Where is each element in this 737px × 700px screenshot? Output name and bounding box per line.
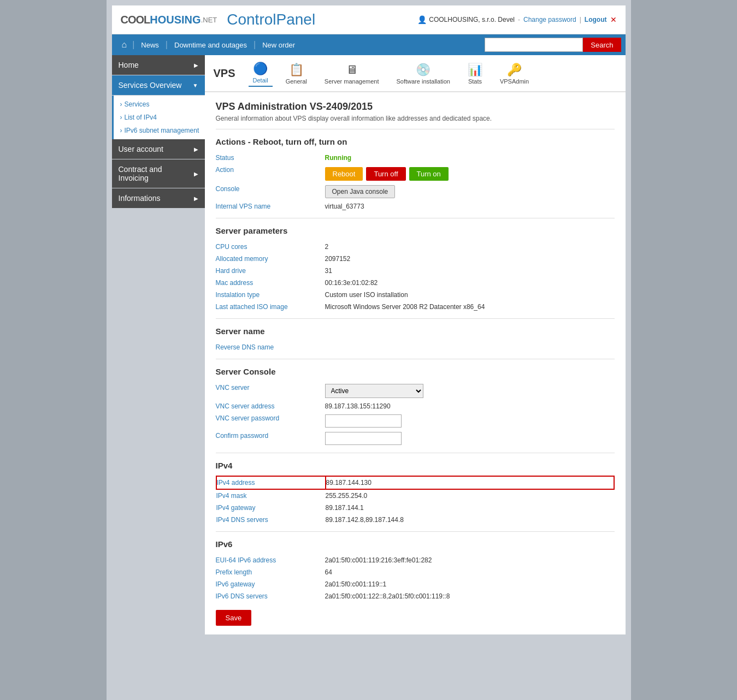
- separator: -: [518, 16, 520, 23]
- nav-link-downtime[interactable]: Downtime and outages: [168, 34, 253, 55]
- actions-title: Actions - Reboot, turn off, turn on: [216, 137, 615, 146]
- sidebar-item-contract[interactable]: Contract and Invoicing ▶: [112, 159, 205, 188]
- tab-server-mgmt-label: Server management: [325, 78, 379, 85]
- sidebar-item-informations[interactable]: Informations ▶: [112, 188, 205, 208]
- divider2: [216, 218, 615, 218]
- sidebar-arrow-info: ▶: [194, 195, 198, 201]
- sidebar-item-services-overview[interactable]: Services Overview ▼: [112, 75, 205, 95]
- sub-arrow: ›: [120, 100, 122, 108]
- sidebar-item-info-label: Informations: [119, 194, 161, 203]
- ipv4-mask-value: 255.255.254.0: [326, 489, 614, 502]
- turnon-button[interactable]: Turn on: [409, 167, 449, 181]
- internal-vps-value: virtual_63773: [325, 200, 615, 212]
- vpsadmin-icon: 🔑: [507, 63, 522, 77]
- ipv6-table: EUI-64 IPv6 address 2a01:5f0:c001:119:21…: [216, 554, 615, 602]
- vnc-select[interactable]: Active: [325, 384, 423, 398]
- confirm-password-input[interactable]: [325, 432, 402, 445]
- logo-cp: ControlPanel: [227, 11, 315, 28]
- software-icon: 💿: [416, 63, 431, 77]
- memory-label: Allocated memory: [216, 253, 325, 265]
- tab-detail-label: Detail: [253, 77, 268, 84]
- server-params-table: CPU cores 2 Allocated memory 2097152 Har…: [216, 241, 615, 313]
- ipv6-link[interactable]: IPv6 subnet management: [125, 127, 199, 134]
- divider3: [216, 318, 615, 319]
- ipv4-link[interactable]: List of IPv4: [125, 114, 157, 121]
- cpu-value: 2: [325, 241, 615, 253]
- general-icon: 📋: [289, 63, 304, 77]
- divider5: [216, 453, 615, 453]
- iso-value: Microsoft Windows Server 2008 R2 Datacen…: [325, 301, 615, 313]
- user-icon: 👤: [417, 15, 427, 24]
- sidebar-item-services-label: Services Overview: [119, 81, 182, 90]
- logo-cool: COOL: [121, 14, 150, 26]
- sidebar-sub-services[interactable]: › Services: [114, 98, 205, 111]
- hdd-value: 31: [325, 265, 615, 277]
- sidebar-sub-ipv6[interactable]: › IPv6 subnet management: [114, 124, 205, 137]
- tab-server-management[interactable]: 🖥 Server management: [320, 61, 384, 87]
- header: COOLHOUSING.NET ControlPanel 👤 COOLHOUSI…: [112, 5, 626, 34]
- server-mgmt-icon: 🖥: [346, 63, 358, 77]
- action-label: Action: [216, 164, 325, 183]
- prefix-label: Prefix length: [216, 566, 325, 578]
- logo-net: .NET: [201, 16, 217, 24]
- tab-general-label: General: [286, 78, 307, 85]
- search-button[interactable]: Search: [583, 38, 621, 52]
- separator2: |: [580, 16, 581, 23]
- tab-software[interactable]: 💿 Software installation: [392, 61, 454, 87]
- mac-label: Mac address: [216, 277, 325, 289]
- sidebar-item-user-label: User account: [119, 145, 163, 153]
- turnoff-button[interactable]: Turn off: [366, 167, 405, 181]
- ipv4-address-label: IPv4 address: [216, 476, 326, 489]
- actions-table: Status Running Action Reboot Turn off Tu…: [216, 152, 615, 212]
- ipv4-gateway-value: 89.187.144.1: [326, 502, 614, 514]
- ipv6-title: IPv6: [216, 539, 615, 549]
- tab-stats[interactable]: 📊 Stats: [463, 61, 487, 87]
- page-desc: General information about VPS display ov…: [216, 115, 615, 122]
- sub-arrow3: ›: [120, 127, 122, 134]
- memory-value: 2097152: [325, 253, 615, 265]
- open-console-button[interactable]: Open Java console: [325, 185, 396, 198]
- sidebar-sub-ipv4[interactable]: › List of IPv4: [114, 111, 205, 124]
- tab-vpsadmin-label: VPSAdmin: [500, 78, 529, 85]
- tab-stats-label: Stats: [468, 78, 482, 85]
- logo-housing: HOUSING: [150, 14, 201, 26]
- divider6: [216, 531, 615, 532]
- navbar: ⌂ | News | Downtime and outages | New or…: [112, 34, 626, 55]
- ipv4-address-row: IPv4 address 89.187.144.130: [216, 476, 614, 489]
- console-label: Console: [216, 183, 325, 200]
- sidebar-item-home-label: Home: [119, 61, 139, 69]
- sub-arrow2: ›: [120, 114, 122, 121]
- vps-tabs: 🔵 Detail 📋 General 🖥 Server management 💿…: [249, 60, 534, 87]
- tab-software-label: Software installation: [396, 78, 450, 85]
- search-input[interactable]: [485, 38, 583, 52]
- tab-vpsadmin[interactable]: 🔑 VPSAdmin: [496, 61, 533, 87]
- prefix-value: 64: [325, 566, 615, 578]
- services-link[interactable]: Services: [125, 100, 150, 108]
- ipv4-title: IPv4: [216, 461, 615, 470]
- sidebar: Home ▶ Services Overview ▼ › Services › …: [112, 55, 205, 634]
- nav-link-neworder[interactable]: New order: [256, 34, 302, 55]
- eui64-value: 2a01:5f0:c001:119:216:3eff:fe01:282: [325, 554, 615, 566]
- nav-link-news[interactable]: News: [134, 34, 166, 55]
- ipv4-gateway-label: IPv4 gateway: [216, 502, 326, 514]
- reboot-button[interactable]: Reboot: [325, 167, 363, 181]
- vps-title: VPS: [214, 67, 235, 80]
- tab-general[interactable]: 📋 General: [281, 61, 311, 87]
- install-label: Instalation type: [216, 289, 325, 301]
- home-nav-icon[interactable]: ⌂: [116, 40, 133, 50]
- logo-area: COOLHOUSING.NET ControlPanel: [121, 11, 316, 28]
- sidebar-arrow-services: ▼: [193, 82, 198, 88]
- tab-detail[interactable]: 🔵 Detail: [249, 60, 273, 87]
- change-password-link[interactable]: Change password: [523, 16, 576, 23]
- save-button[interactable]: Save: [216, 610, 252, 626]
- sidebar-arrow-home: ▶: [194, 62, 198, 68]
- vnc-password-input[interactable]: [325, 414, 402, 428]
- close-icon: ✕: [610, 15, 617, 24]
- server-name-table: Reverse DNS name: [216, 341, 615, 353]
- hdd-label: Hard drive: [216, 265, 325, 277]
- divider1: [216, 129, 615, 129]
- logout-link[interactable]: Logout: [585, 16, 607, 23]
- page-wrapper: COOLHOUSING.NET ControlPanel 👤 COOLHOUSI…: [107, 0, 631, 700]
- sidebar-item-home[interactable]: Home ▶: [112, 55, 205, 75]
- sidebar-item-user-account[interactable]: User account ▶: [112, 139, 205, 159]
